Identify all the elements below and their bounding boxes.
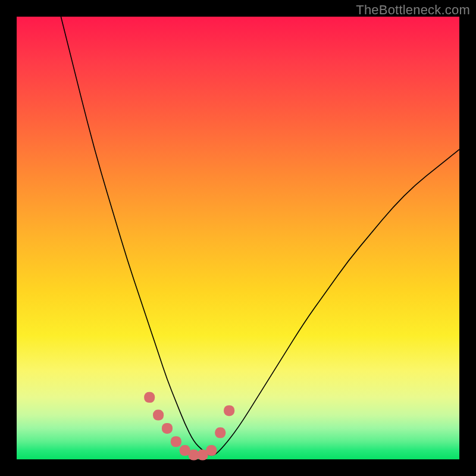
- curve-marker: [224, 405, 234, 416]
- chart-frame: TheBottleneck.com: [0, 0, 476, 476]
- curve-marker: [206, 445, 217, 456]
- curve-marker: [171, 436, 181, 447]
- curve-marker: [144, 392, 155, 403]
- watermark-text: TheBottleneck.com: [356, 2, 470, 18]
- bottleneck-curve-path: [61, 17, 459, 455]
- curve-marker: [215, 427, 226, 438]
- curve-marker: [162, 423, 173, 434]
- curve-marker: [153, 410, 164, 421]
- marker-group: [144, 392, 234, 461]
- plot-area: [17, 17, 459, 459]
- curve-svg: [17, 17, 459, 459]
